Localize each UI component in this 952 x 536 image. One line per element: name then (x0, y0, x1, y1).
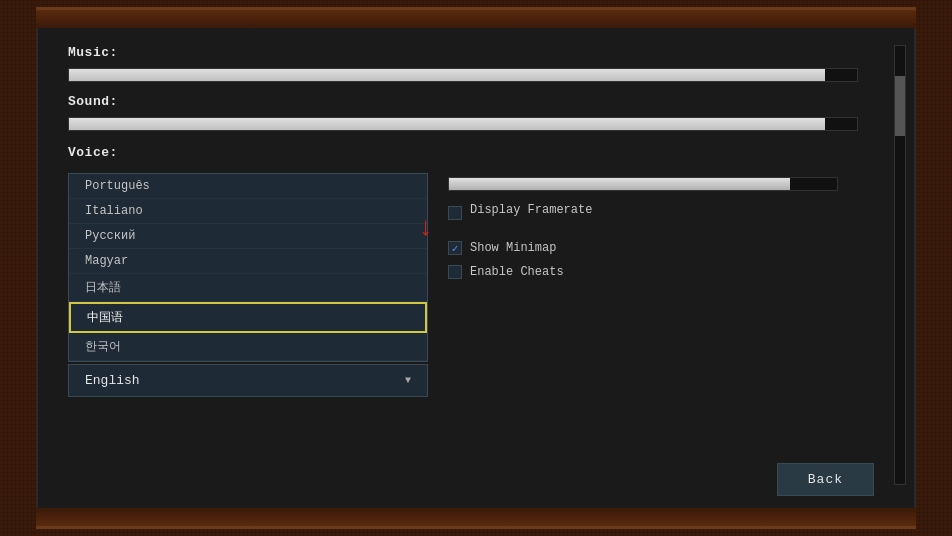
arrow-down-indicator: ↓ (418, 213, 434, 243)
music-label: Music: (68, 45, 884, 60)
language-selected[interactable]: English ▼ (68, 364, 428, 397)
lang-item-japanese[interactable]: 日本語 (69, 274, 427, 302)
sound-slider-fill (69, 118, 825, 130)
sound-slider[interactable] (68, 117, 858, 131)
sound-label: Sound: (68, 94, 884, 109)
selected-language-text: English (85, 373, 140, 388)
enable-cheats-checkbox[interactable] (448, 265, 462, 279)
music-slider-fill (69, 69, 825, 81)
show-minimap-checkbox[interactable] (448, 241, 462, 255)
voice-area: Português Italiano Русский Magyar 日本語 中国… (68, 173, 884, 397)
scrollbar-thumb[interactable] (895, 76, 905, 136)
lang-item-portugues[interactable]: Português (69, 174, 427, 199)
language-dropdown-list[interactable]: Português Italiano Русский Magyar 日本語 中国… (68, 173, 428, 362)
lang-item-chinese[interactable]: 中国语 (69, 302, 427, 333)
back-button[interactable]: Back (777, 463, 874, 496)
lang-item-magyar[interactable]: Magyar (69, 249, 427, 274)
settings-panel: Music: Sound: Voice: Português Italiano (36, 23, 916, 513)
display-framerate-label: Display Framerate (470, 203, 592, 217)
lang-item-russian[interactable]: Русский (69, 224, 427, 249)
voice-right-panel: Display Framerate ↓ Show Minimap Enable … (428, 173, 838, 397)
voice-slider-fill (449, 178, 790, 190)
voice-left-panel: Português Italiano Русский Magyar 日本語 中国… (68, 173, 428, 397)
display-framerate-row: Display Framerate (448, 201, 838, 225)
voice-slider[interactable] (448, 177, 838, 191)
enable-cheats-label: Enable Cheats (470, 265, 564, 279)
show-minimap-row: Show Minimap (448, 241, 838, 255)
display-framerate-checkbox[interactable] (448, 206, 462, 220)
music-row: Music: (68, 45, 884, 82)
dropdown-arrow-icon: ▼ (405, 375, 411, 386)
voice-label: Voice: (68, 145, 118, 160)
music-slider[interactable] (68, 68, 858, 82)
lang-item-korean[interactable]: 한국어 (69, 333, 427, 361)
lang-item-italiano[interactable]: Italiano (69, 199, 427, 224)
scrollbar[interactable] (894, 45, 906, 485)
sound-row: Sound: (68, 94, 884, 131)
voice-label-row: Voice: (68, 143, 884, 161)
enable-cheats-row: Enable Cheats (448, 265, 838, 279)
show-minimap-label: Show Minimap (470, 241, 556, 255)
